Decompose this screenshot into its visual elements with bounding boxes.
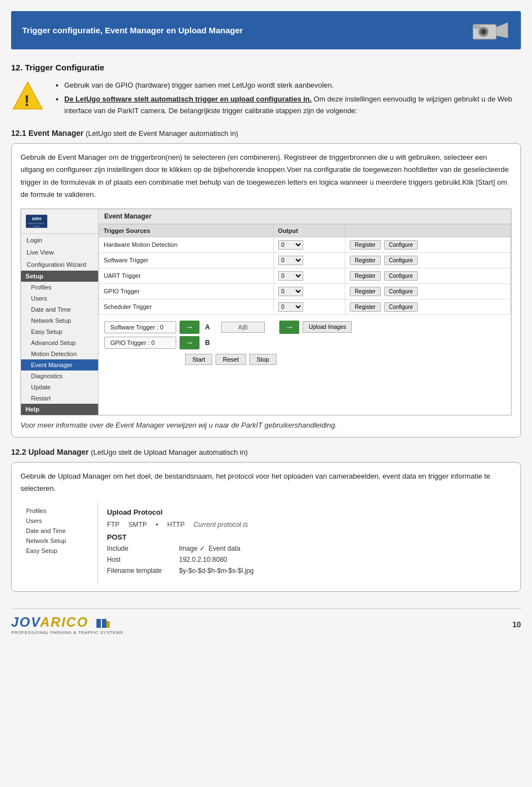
- col-output: Output: [273, 224, 345, 237]
- register-btn-2[interactable]: Register: [350, 256, 380, 265]
- stop-btn[interactable]: Stop: [249, 354, 277, 365]
- field-label-include: Include: [107, 545, 179, 552]
- col-actions: [345, 224, 511, 237]
- register-btn-1[interactable]: Register: [350, 240, 380, 250]
- trigger-actions-5: Register Configure: [345, 299, 511, 314]
- sidebar-item-config-wizard[interactable]: Configuration Wizard: [21, 258, 98, 271]
- proto-ftp: FTP: [107, 521, 120, 529]
- warning-bullet-1: Gebruik van de GPIO (hardware) trigger s…: [64, 80, 521, 92]
- event-manager-table: Trigger Sources Output Hardware Motion D…: [99, 224, 511, 315]
- formula-box[interactable]: A|B: [221, 322, 265, 333]
- trigger-output-2: 0: [273, 252, 345, 268]
- arrow-1: →: [180, 321, 200, 334]
- warning-block: ! Gebruik van de GPIO (hardware) trigger…: [11, 80, 521, 119]
- header-title: Trigger configuratie, Event Manager en U…: [22, 26, 243, 35]
- sidebar-group-setup: Setup: [21, 271, 98, 282]
- sidebar-item-motion-detection[interactable]: Motion Detection: [21, 348, 98, 359]
- svg-rect-14: [106, 621, 110, 628]
- sidebar-item-date-time[interactable]: Date and Time: [21, 304, 98, 315]
- sidebar-item-event-manager[interactable]: Event Manager: [21, 359, 98, 370]
- register-btn-3[interactable]: Register: [350, 271, 380, 281]
- field-filename: Filename template $y-$o-$d-$h-$m-$s-$l.j…: [107, 567, 503, 575]
- footer-logo-text: JOVARICO: [11, 615, 123, 630]
- trigger-actions-3: Register Configure: [345, 268, 511, 283]
- trigger-name-4: GPIO Trigger: [99, 283, 274, 299]
- for-more-info: Voor meer informatie over de Event Manag…: [21, 421, 511, 429]
- sidebar-group-help: Help: [21, 404, 98, 415]
- trigger-name-2: Software Trigger: [99, 252, 274, 268]
- field-value-host: 192.0.2.10:8080: [179, 556, 227, 563]
- start-btn[interactable]: Start: [185, 354, 212, 365]
- proto-http: HTTP: [167, 521, 185, 529]
- svg-text:ARH: ARH: [32, 216, 42, 221]
- svg-text:Hungary: Hungary: [33, 225, 40, 227]
- proto-smtp: SMTP: [129, 521, 147, 529]
- sidebar-item-liveview[interactable]: Live View: [21, 246, 98, 258]
- upload-images-btn[interactable]: Upload Images: [303, 321, 352, 333]
- configure-btn-1[interactable]: Configure: [384, 240, 418, 250]
- sidebar-item-update[interactable]: Update: [21, 382, 98, 393]
- table-row: GPIO Trigger 0 Register Configure: [99, 283, 511, 299]
- event-manager-box: Gebruik de Event Manager om de triggerbr…: [11, 143, 521, 437]
- sidebar-item-network-setup[interactable]: Network Setup: [21, 315, 98, 326]
- warning-bullet-2: De LetUgo software stelt automatisch tri…: [64, 94, 521, 117]
- output-select-1[interactable]: 0: [278, 240, 303, 250]
- trigger-output-3: 0: [273, 268, 345, 283]
- configure-btn-2[interactable]: Configure: [384, 256, 418, 265]
- arrow-output: →: [279, 321, 299, 334]
- sidebar-item-advanced-setup[interactable]: Advanced Setup: [21, 337, 98, 348]
- reset-btn[interactable]: Reset: [216, 354, 246, 365]
- trigger-output-4: 0: [273, 283, 345, 299]
- output-select-2[interactable]: 0: [278, 256, 303, 265]
- svg-text:Adaptive Recognition: Adaptive Recognition: [29, 222, 45, 225]
- trigger-output-1: 0: [273, 237, 345, 252]
- field-label-filename: Filename template: [107, 567, 179, 575]
- register-btn-5[interactable]: Register: [350, 302, 380, 312]
- arh-main-panel: Event Manager Trigger Sources Output Har…: [99, 209, 511, 415]
- trigger-box-gpio: GPIO Trigger : 0: [104, 337, 176, 349]
- trigger-name-1: Hardware Motion Detection: [99, 237, 274, 252]
- trigger-output-5: 0: [273, 299, 345, 314]
- sidebar-item-profiles[interactable]: Profiles: [21, 282, 98, 293]
- configure-btn-5[interactable]: Configure: [384, 302, 418, 312]
- svg-rect-13: [102, 619, 106, 628]
- label-a: A: [205, 323, 210, 331]
- col-trigger-sources: Trigger Sources: [99, 224, 274, 237]
- proto-current-label: Current protocol is: [193, 521, 248, 529]
- configure-btn-3[interactable]: Configure: [384, 271, 418, 281]
- svg-rect-12: [96, 619, 101, 628]
- arh-ui-mockup: ARH Adaptive Recognition Hungary Login L…: [21, 209, 511, 415]
- trigger-flow-row2: GPIO Trigger : 0 → B: [104, 336, 505, 349]
- field-host: Host 192.0.2.10:8080: [107, 556, 503, 563]
- page-number: 10: [512, 620, 521, 629]
- label-b: B: [205, 339, 210, 347]
- register-btn-4[interactable]: Register: [350, 287, 380, 296]
- output-select-5[interactable]: 0: [278, 302, 303, 312]
- configure-btn-4[interactable]: Configure: [384, 287, 418, 296]
- sidebar-item-users[interactable]: Users: [21, 293, 98, 304]
- event-manager-description: Gebruik de Event Manager om de triggerbr…: [21, 151, 511, 200]
- field-label-host: Host: [107, 556, 179, 563]
- warning-underline: De LetUgo software stelt automatisch tri…: [64, 95, 311, 103]
- proto-dot: ●: [156, 522, 158, 527]
- output-select-4[interactable]: 0: [278, 287, 303, 296]
- upload-manager-description: Gebruik de Upload Manager om het doel, d…: [21, 470, 511, 495]
- sidebar-item-restart[interactable]: Restart: [21, 393, 98, 404]
- arh-panel-title: Event Manager: [99, 209, 511, 224]
- trigger-actions-2: Register Configure: [345, 252, 511, 268]
- footer-logo-sub: PROFESSIONAL PARKING & TRAFFIC SYSTEMS: [11, 630, 123, 635]
- output-select-3[interactable]: 0: [278, 271, 303, 281]
- upload-protocol-title: Upload Protocol: [107, 508, 503, 516]
- sidebar-item-diagnostics[interactable]: Diagnostics: [21, 370, 98, 382]
- upload-sidebar-users: Users: [26, 516, 92, 526]
- post-label: POST: [107, 533, 503, 541]
- trigger-name-5: Scheduler Trigger: [99, 299, 274, 314]
- sidebar-item-login[interactable]: Login: [21, 234, 98, 246]
- upload-sidebar-network: Network Setup: [26, 536, 92, 546]
- arrow-2: →: [180, 336, 200, 349]
- sidebar-item-easy-setup[interactable]: Easy Setup: [21, 326, 98, 337]
- upload-sidebar-date-time: Date and Time: [26, 526, 92, 536]
- page-footer: JOVARICO PROFESSIONAL PARKING & TRAFFIC …: [11, 608, 521, 635]
- table-row: UART Trigger 0 Register Configure: [99, 268, 511, 283]
- svg-marker-4: [497, 23, 508, 38]
